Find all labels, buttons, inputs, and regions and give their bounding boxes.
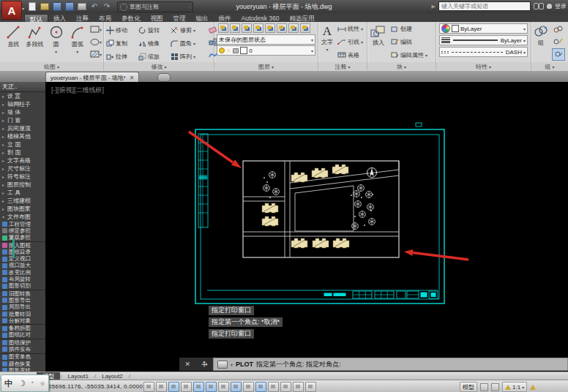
infer-constraints-toggle[interactable] [143, 382, 154, 392]
fillet-button[interactable]: 圆角▾ [171, 39, 204, 48]
recent-commands-icon[interactable] [217, 361, 228, 369]
palette-tool-old-convert[interactable]: 旧图转换 [0, 290, 45, 297]
layer-lock-icon[interactable] [288, 23, 299, 33]
layer-state-dropdown[interactable]: 未保存的图层状态 ▾ [217, 34, 315, 45]
palette-tool-insert-frame[interactable]: 插入图框 [0, 241, 45, 249]
move-button[interactable]: 移动 [106, 26, 138, 34]
palette-tool-reload-xref[interactable]: 重载参照 [0, 235, 45, 241]
osnap-toggle[interactable] [206, 382, 217, 392]
command-line-window[interactable]: ✕ ⚒ ▾ PLOT 指定第一个角点: 指定对角点: [179, 358, 568, 371]
palette-tool-monochrome[interactable]: 图变单色 [0, 353, 45, 361]
palette-section-tools[interactable]: ▸工 具 [0, 189, 45, 197]
ime-mode-indicator[interactable]: 中 [4, 378, 12, 389]
layer-thaw-icon[interactable]: ☼ [226, 48, 231, 53]
line-button[interactable]: 直线 [3, 22, 23, 62]
insert-block-button[interactable]: 插入 [367, 22, 389, 62]
group-selection-toggle[interactable] [552, 48, 565, 61]
copy-button[interactable]: 复制 [106, 39, 138, 48]
scale-button[interactable]: 缩放 [138, 53, 171, 61]
otrack-toggle[interactable] [231, 382, 242, 392]
linetype-dropdown[interactable]: DASH ▾ [439, 47, 528, 57]
layer-state-icon[interactable] [230, 23, 240, 33]
layer-freeze-icon[interactable] [265, 23, 275, 33]
polar-toggle[interactable] [193, 382, 204, 392]
create-block-button[interactable]: 创建 [391, 25, 427, 33]
new-file-button[interactable] [28, 2, 37, 11]
rectangle-button[interactable]: ▾ [90, 24, 102, 35]
ellipse-button[interactable]: ▾ [90, 37, 102, 48]
palette-header[interactable]: 天正.. [0, 82, 45, 92]
ribbon-tab-manage[interactable]: 管理 [168, 14, 191, 22]
plot-button[interactable] [78, 2, 86, 11]
ducs-toggle[interactable] [243, 382, 254, 392]
palette-tool-drawing-cut[interactable]: 图形切割 [0, 283, 45, 290]
search-icon[interactable] [534, 3, 544, 10]
palette-tool-plugin-publish[interactable]: 插件发布 [0, 346, 45, 353]
panel-label-annotation[interactable]: 注释▾ [318, 62, 367, 71]
lineweight-dropdown[interactable]: ByLayer ▾ [439, 35, 528, 45]
panel-label-group[interactable]: 组▾ [531, 62, 568, 71]
save-button[interactable] [53, 2, 61, 11]
palette-grip[interactable] [12, 239, 15, 258]
group-button[interactable]: 组 [531, 22, 550, 62]
hatch-button[interactable]: ▾ [90, 49, 102, 60]
palette-tool-partial-export[interactable]: 局部导出 [0, 304, 45, 311]
palette-section-layer-control[interactable]: ▸图层控制 [0, 181, 45, 189]
palette-section-file-layout[interactable]: ▾文件布图 [0, 213, 45, 221]
trim-button[interactable]: 修剪▾ [171, 26, 204, 34]
palette-section-axis-grid[interactable]: ▸轴网柱子 [0, 100, 45, 108]
mirror-button[interactable]: 镜像 [138, 39, 171, 48]
new-drawing-tab-button[interactable] [157, 73, 171, 82]
palette-tool-define-viewport[interactable]: 定义视口 [0, 255, 45, 262]
snap-toggle[interactable] [156, 382, 167, 392]
palette-section-wall[interactable]: ▸墙 体 [0, 108, 45, 116]
ribbon-tab-annotate[interactable]: 注释 [71, 14, 94, 22]
layer-match-icon[interactable] [300, 23, 310, 33]
ribbon-tab-parametric[interactable]: 参数化 [116, 14, 146, 22]
ribbon-tab-view[interactable]: 视图 [146, 14, 168, 22]
circle-button[interactable]: 圆 ▾ [46, 22, 67, 62]
application-menu-button[interactable]: A [1, 1, 22, 20]
drawing-canvas[interactable]: [-][俯视][二维线框] [45, 82, 568, 372]
ribbon-tab-layout[interactable]: 布局 [94, 14, 116, 22]
palette-section-room-roof[interactable]: ▸房间屋顶 [0, 124, 45, 132]
panel-label-modify[interactable]: 修改▾ [104, 62, 214, 71]
palette-section-block-pattern[interactable]: ▸图块图案 [0, 205, 45, 213]
palette-section-symbol[interactable]: ▸符号标注 [0, 173, 45, 181]
palette-tool-archive-split[interactable]: 备档拆图 [0, 324, 45, 331]
layer-properties-icon[interactable] [218, 23, 228, 33]
annotation-scale-button[interactable]: 1:1 ▾ [502, 382, 527, 392]
palette-section-elevation[interactable]: ▸立 面 [0, 140, 45, 148]
palette-tool-export-drawing[interactable]: 图形导出 [0, 297, 45, 304]
palette-tool-layout-rotate[interactable]: 布局旋转 [0, 276, 45, 282]
workspace-switcher[interactable]: 草图与注释 ▾ [117, 1, 193, 12]
linear-dimension-button[interactable]: 线性▾ [337, 25, 363, 33]
ungroup-button[interactable] [552, 23, 564, 34]
ribbon-tab-plugins[interactable]: 插件 [214, 14, 236, 22]
palette-tool-project-manage[interactable]: 工程管理 [0, 221, 45, 227]
infocenter-collapse-icon[interactable]: ▶ [432, 4, 436, 10]
file-tab-close-icon[interactable]: ✕ [130, 75, 135, 81]
text-dropdown-icon[interactable]: ▾ [326, 47, 328, 52]
panel-label-block[interactable]: 块▾ [367, 62, 436, 71]
edit-block-button[interactable]: 编辑 [391, 38, 427, 46]
layer-unlock-icon[interactable] [233, 48, 239, 53]
command-line-input[interactable]: ▾ PLOT 指定第一个角点: 指定对角点: [213, 358, 568, 371]
quick-view-layouts-icon[interactable] [480, 383, 488, 391]
palette-section-stairs[interactable]: ▸楼梯其他 [0, 132, 45, 140]
layer-isolate-icon[interactable] [242, 23, 252, 33]
quick-view-drawings-icon[interactable] [491, 383, 499, 391]
selection-cycling-toggle[interactable] [305, 382, 316, 392]
file-tab-active[interactable]: youeryuan - 楼层平面 - 场地* ✕ [45, 72, 139, 83]
redo-button[interactable]: ↷ [102, 2, 111, 11]
panel-label-draw[interactable]: 绘图▾ [0, 62, 103, 71]
ribbon-tab-output[interactable]: 输出 [191, 14, 214, 22]
arc-button[interactable]: 圆弧 ▾ [67, 22, 88, 62]
arc-dropdown-icon[interactable]: ▾ [76, 49, 78, 54]
array-button[interactable]: 阵列▾ [171, 53, 204, 61]
open-file-button[interactable] [40, 2, 49, 11]
palette-tool-change-scale[interactable]: 改变比例 [0, 269, 45, 276]
ribbon-tab-home[interactable]: 默认 [24, 14, 48, 22]
palette-tool-sheet-compare[interactable]: 图纸比对 [0, 332, 45, 339]
ime-settings-gear-icon[interactable]: ☼ [40, 380, 45, 387]
